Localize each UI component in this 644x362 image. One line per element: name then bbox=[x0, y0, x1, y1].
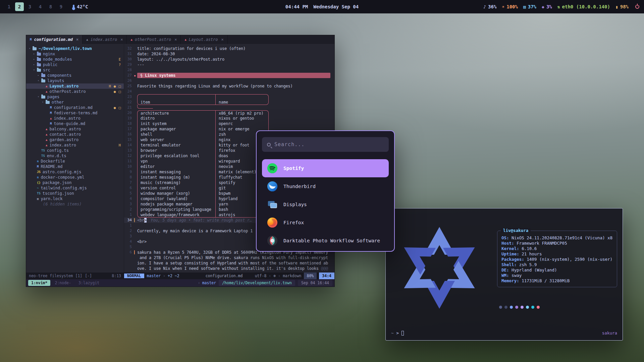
tmux-branch-label: master bbox=[202, 281, 216, 285]
tree-item-layouts[interactable]: ▾layouts bbox=[26, 78, 124, 83]
editor-line: 28 bbox=[124, 67, 334, 73]
battery-module[interactable]: ▮98% bbox=[615, 4, 629, 9]
tmux-window-1nvim[interactable]: 1:nvim* bbox=[28, 280, 50, 286]
tree-item-docker-compose.yml[interactable]: ≋docker-compose.yml bbox=[26, 175, 124, 180]
close-icon[interactable]: × bbox=[221, 37, 224, 42]
volume-module[interactable]: ♪36% bbox=[483, 4, 496, 9]
tree-item-6hiddenitems[interactable]: (6 hidden items) bbox=[26, 201, 124, 207]
launcher-search[interactable] bbox=[262, 137, 389, 152]
folder-icon bbox=[46, 101, 50, 104]
power-button[interactable] bbox=[635, 5, 639, 9]
tree-item-tailwind.config.mjs[interactable]: ~tailwind.config.mjs bbox=[26, 185, 124, 191]
tmux-window-3lazygit[interactable]: 3:lazygit bbox=[75, 280, 102, 286]
tree-item-nginx[interactable]: ▸nginx bbox=[26, 51, 124, 57]
memory-module[interactable]: ▤37% bbox=[523, 4, 536, 9]
line-number: 21 bbox=[124, 105, 134, 110]
tab-Layout.astro[interactable]: ▲Layout.astro× bbox=[181, 35, 227, 44]
workspace-button-1[interactable]: 1 bbox=[5, 2, 13, 11]
tree-item-src[interactable]: ▾src bbox=[26, 67, 124, 73]
tree-item-~developmentliv.town[interactable]: ▾~/Development/liv.town bbox=[26, 46, 124, 51]
tree-item-otherpost.astro[interactable]: ▲otherPost.astro● □ bbox=[26, 89, 124, 94]
tree-item-label: configuration.md bbox=[54, 105, 93, 110]
git-status-markers: H ● □ bbox=[109, 83, 121, 89]
tree-item-pages[interactable]: ▾pages bbox=[26, 94, 124, 100]
line-text bbox=[137, 67, 334, 73]
launcher-item-thunderbird[interactable]: Thunderbird bbox=[262, 177, 389, 195]
tree-item-label: index.astro bbox=[54, 116, 80, 121]
ts-file-icon: TS bbox=[41, 148, 45, 153]
tree-item-astro.config.mjs[interactable]: JSastro.config.mjs bbox=[26, 169, 124, 175]
app-launcher: SpotifyThunderbirdDisplaysFirefoxDarktab… bbox=[256, 130, 395, 252]
tree-item-contact.astro[interactable]: ▲contact.astro bbox=[26, 132, 124, 137]
launcher-item-darktable[interactable]: Darktable Photo Workflow Software bbox=[262, 232, 389, 250]
tree-item-configuration.md[interactable]: Mconfiguration.md● □ bbox=[26, 105, 124, 110]
memory-icon: ▤ bbox=[523, 4, 526, 9]
tmux-window-2node[interactable]: 2:node- bbox=[52, 280, 74, 286]
tree-item-index.astro[interactable]: ▲index.astroH bbox=[26, 142, 124, 148]
git-blame-text: You, 5 days ago • feat: write rough post… bbox=[151, 218, 252, 223]
shell-prompt[interactable]: ~ > bbox=[391, 330, 404, 336]
line-number: 29 bbox=[124, 62, 134, 67]
close-icon[interactable]: × bbox=[174, 37, 177, 42]
table-cell-item: package manager bbox=[138, 126, 216, 132]
tree-item-components[interactable]: ▸components bbox=[26, 73, 124, 78]
launcher-item-spotify[interactable]: Spotify bbox=[262, 159, 389, 177]
tree-item-tsconfig.json[interactable]: TStsconfig.json bbox=[26, 191, 124, 196]
expander-icon: ▾ bbox=[38, 78, 41, 83]
tab-configuration.md[interactable]: Mconfiguration.md× bbox=[26, 35, 83, 44]
astro-file-icon: ▲ bbox=[46, 126, 47, 132]
tab-otherPost.astro[interactable]: ▲otherPost.astro× bbox=[127, 35, 181, 44]
search-input[interactable] bbox=[274, 141, 384, 147]
folder-icon bbox=[41, 79, 45, 82]
tree-item-balcony.astro[interactable]: ▲balcony.astro bbox=[26, 126, 124, 132]
network-module[interactable]: ⇅eth0 (10.0.0.140) bbox=[557, 4, 610, 9]
launcher-item-displays[interactable]: Displays bbox=[262, 195, 389, 214]
cpu-module[interactable]: ◈3% bbox=[542, 4, 552, 9]
brightness-module[interactable]: ☀100% bbox=[502, 4, 518, 9]
workspace-button-8[interactable]: 8 bbox=[46, 2, 55, 11]
tree-item-index.astro[interactable]: ▲index.astro bbox=[26, 116, 124, 121]
tree-item-package.json[interactable]: {}package.json bbox=[26, 180, 124, 185]
git-status-markers: ? bbox=[119, 62, 121, 67]
system-info-list: OS: NixOS 24.11.20240828.71e91c4 (Vicuna… bbox=[501, 235, 613, 284]
line-number: 2 bbox=[124, 207, 134, 212]
network-value: eth0 (10.0.0.140) bbox=[562, 4, 610, 9]
tree-item-label: other bbox=[52, 100, 64, 105]
tree-item-node_modules[interactable]: ▸node_modulesE bbox=[26, 57, 124, 62]
editor-line: 21 bbox=[124, 105, 334, 110]
fastfetch-terminal: liv@sakura OS: NixOS 24.11.20240828.71e9… bbox=[385, 208, 623, 341]
tree-item-fediverse-terms.md[interactable]: Mfediverse-terms.md bbox=[26, 110, 124, 116]
table-row: editorneovim bbox=[137, 164, 269, 169]
workspace-button-4[interactable]: 4 bbox=[36, 2, 45, 11]
sign-column bbox=[134, 94, 137, 100]
git-sign bbox=[134, 73, 137, 78]
tree-item-readme.md[interactable]: MREADME.md bbox=[26, 164, 124, 169]
sign-column bbox=[134, 180, 137, 185]
tmux-cwd: /home/liv/Development/liv.town bbox=[219, 280, 295, 286]
tree-item-other[interactable]: ▾other bbox=[26, 100, 124, 105]
system-info-row: Packages: 1409 (nix-system), 2590 (nix-u… bbox=[501, 257, 613, 262]
tree-item-garden.astro[interactable]: ▲garden.astro bbox=[26, 137, 124, 142]
cpu-icon: ◈ bbox=[542, 4, 544, 9]
sign-column bbox=[134, 51, 137, 57]
tab-index.astro[interactable]: ▲index.astro× bbox=[83, 35, 127, 44]
volume-value: 36% bbox=[488, 4, 496, 9]
launcher-item-firefox[interactable]: Firefox bbox=[262, 214, 389, 232]
line-number: 11 bbox=[124, 159, 134, 164]
table-cell-item: programming/scripting language bbox=[138, 207, 216, 212]
tree-item-config.ts[interactable]: TSconfig.ts bbox=[26, 148, 124, 153]
tree-item-tone-guide.md[interactable]: Mtone-guide.md bbox=[26, 121, 124, 126]
close-icon[interactable]: × bbox=[76, 37, 78, 42]
tree-item-public[interactable]: ▸public? bbox=[26, 62, 124, 67]
line-number: 5 bbox=[124, 191, 134, 196]
workspace-button-3[interactable]: 3 bbox=[25, 2, 34, 11]
workspace-button-9[interactable]: 9 bbox=[57, 2, 65, 11]
workspace-button-2[interactable]: 2 bbox=[15, 2, 24, 11]
tree-item-yarn.lock[interactable]: ▣yarn.lock bbox=[26, 196, 124, 201]
tree-item-env.d.ts[interactable]: TSenv.d.ts bbox=[26, 153, 124, 159]
md-file-icon: M bbox=[30, 38, 32, 41]
line-text bbox=[137, 94, 334, 100]
close-icon[interactable]: × bbox=[120, 37, 123, 42]
tree-item-layout.astro[interactable]: ▲Layout.astroH ● □ bbox=[26, 83, 124, 89]
tree-item-dockerfile[interactable]: ≋Dockerfile bbox=[26, 159, 124, 164]
